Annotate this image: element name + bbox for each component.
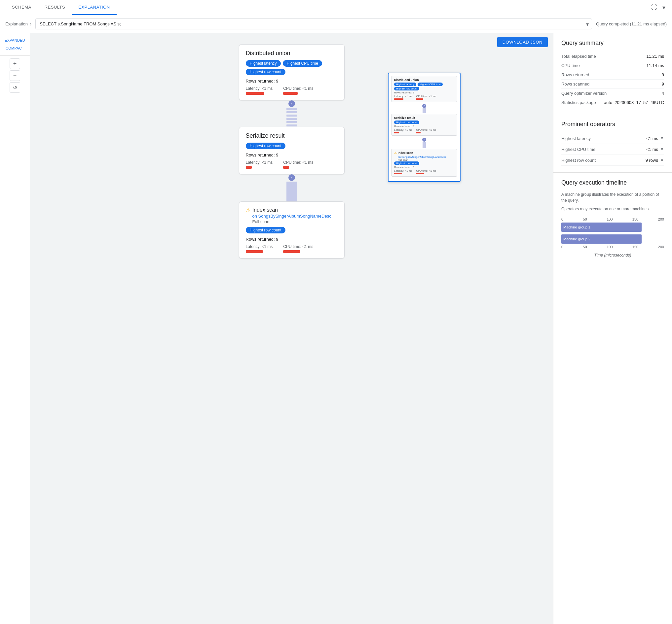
mini-tags-2: Highest row count bbox=[394, 121, 454, 125]
tick-50-bottom: 50 bbox=[583, 245, 587, 249]
diagram-area: DOWNLOAD JSON Distributed union Highest … bbox=[30, 33, 553, 624]
index-scan-rows: Rows returned: 9 bbox=[246, 237, 338, 242]
reset-btn[interactable]: ↺ bbox=[9, 82, 20, 93]
tick-150-bottom: 150 bbox=[632, 245, 638, 249]
summary-value-4: 4 bbox=[662, 91, 664, 96]
bar-row-2: Machine group 2 bbox=[561, 234, 664, 244]
tab-schema[interactable]: SCHEMA bbox=[5, 0, 38, 15]
mini-metrics-1: Latency: <1 ms CPU time: <1 ms bbox=[394, 95, 454, 100]
index-scan-title: Index scan bbox=[252, 207, 331, 213]
link-icon-2[interactable]: ⚭ bbox=[660, 157, 664, 163]
bar-label-1: Machine group 1 bbox=[563, 225, 590, 229]
latency-metric-1: Latency: <1 ms bbox=[246, 86, 273, 95]
summary-row-5: Statistics package auto_20230608_17_57_4… bbox=[561, 98, 664, 107]
expanded-btn[interactable]: EXPANDED bbox=[3, 37, 27, 44]
tag-highest-row-2[interactable]: Highest row count bbox=[246, 142, 285, 149]
summary-label-5: Statistics package bbox=[561, 100, 596, 105]
summary-value-3: 9 bbox=[662, 82, 664, 86]
mini-cpu-2: CPU time: <1 ms bbox=[416, 128, 436, 133]
fullscreen-icon[interactable]: ⛶ bbox=[650, 3, 658, 12]
query-select[interactable]: SELECT s.SongName FROM Songs AS s; bbox=[35, 19, 592, 29]
cpu-metric-3: CPU time: <1 ms bbox=[283, 244, 313, 253]
tab-explanation[interactable]: EXPLANATION bbox=[72, 0, 117, 15]
tick-50-top: 50 bbox=[583, 217, 587, 221]
tag-highest-row-1[interactable]: Highest row count bbox=[246, 69, 285, 75]
mini-connector-2: ✓ bbox=[391, 138, 457, 148]
mini-latency-bar-2 bbox=[394, 132, 399, 133]
mini-subtitle-3: on SongsBySingerAlbumSongNameDesc bbox=[398, 156, 446, 158]
mini-circle-1: ✓ bbox=[422, 104, 426, 108]
summary-label-2: Rows returned bbox=[561, 72, 590, 77]
mini-metrics-2: Latency: <1 ms CPU time: <1 ms bbox=[394, 128, 454, 133]
tab-actions: ⛶ ▾ bbox=[650, 3, 667, 12]
latency-label-2: Latency: <1 ms bbox=[246, 160, 273, 165]
distributed-union-tags: Highest latency Highest CPU time Highest… bbox=[246, 60, 338, 75]
query-bar: Explanation › SELECT s.SongName FROM Son… bbox=[0, 15, 672, 33]
mini-latency-bar-1 bbox=[394, 98, 403, 100]
tag-highest-cpu-1[interactable]: Highest CPU time bbox=[283, 60, 322, 67]
mini-conn-bar-2 bbox=[423, 141, 426, 148]
tick-150-top: 150 bbox=[632, 217, 638, 221]
connector-stripe-1 bbox=[287, 108, 297, 110]
connector-2: ✓ bbox=[287, 174, 297, 201]
summary-row-0: Total elapsed time 11.21 ms bbox=[561, 52, 664, 61]
left-panel: EXPANDED COMPACT + − ↺ bbox=[0, 33, 30, 624]
mini-connector-1: ✓ bbox=[391, 104, 457, 113]
mini-latency-3: Latency: <1 ms bbox=[394, 170, 412, 174]
tag-highest-latency-1[interactable]: Highest latency bbox=[246, 60, 281, 67]
mini-cpu-bar-2 bbox=[416, 132, 421, 133]
tick-labels-bottom: 0 50 100 150 200 bbox=[561, 245, 664, 250]
prominent-value-1: <1 ms ⚭ bbox=[646, 147, 664, 152]
index-scan-metrics: Latency: <1 ms CPU time: <1 ms bbox=[246, 244, 338, 253]
latency-label-3: Latency: <1 ms bbox=[246, 244, 273, 249]
compact-btn[interactable]: COMPACT bbox=[3, 45, 27, 52]
mini-tag-1-2: Highest CPU time bbox=[418, 82, 443, 86]
prominent-value-2: 9 rows ⚭ bbox=[646, 157, 664, 163]
zoom-in-btn[interactable]: + bbox=[9, 58, 20, 69]
latency-bar-2 bbox=[246, 166, 252, 169]
tab-results[interactable]: RESULTS bbox=[38, 0, 72, 15]
index-scan-node: ⚠ Index scan on SongsBySingerAlbumSongNa… bbox=[239, 201, 345, 259]
mini-tag-1-1: Highest latency bbox=[394, 82, 416, 86]
link-icon-1[interactable]: ⚭ bbox=[660, 147, 664, 152]
bar-label-2: Machine group 2 bbox=[563, 237, 590, 241]
summary-row-2: Rows returned 9 bbox=[561, 70, 664, 80]
connector-block-2 bbox=[287, 182, 297, 201]
download-json-btn[interactable]: DOWNLOAD JSON bbox=[497, 37, 548, 47]
zoom-out-btn[interactable]: − bbox=[9, 70, 20, 81]
cpu-label-1: CPU time: <1 ms bbox=[283, 86, 313, 91]
prominent-row-2: Highest row count 9 rows ⚭ bbox=[561, 155, 664, 166]
index-scan-title-wrap: Index scan on SongsBySingerAlbumSongName… bbox=[252, 207, 331, 227]
summary-value-5: auto_20230608_17_57_46UTC bbox=[604, 100, 664, 105]
latency-label-1: Latency: <1 ms bbox=[246, 86, 273, 91]
link-icon-0[interactable]: ⚭ bbox=[660, 136, 664, 141]
view-toggle: EXPANDED COMPACT bbox=[0, 33, 30, 56]
distributed-union-metrics: Latency: <1 ms CPU time: <1 ms bbox=[246, 86, 338, 95]
distributed-union-node: Distributed union Highest latency Highes… bbox=[239, 44, 345, 100]
top-tabs: SCHEMA RESULTS EXPLANATION ⛶ ▾ bbox=[0, 0, 672, 15]
mini-tags-3: Highest row count bbox=[394, 161, 454, 166]
diagram-nodes: Distributed union Highest latency Highes… bbox=[38, 44, 545, 259]
prominent-operators-section: Prominent operators Highest latency <1 m… bbox=[553, 114, 672, 173]
summary-label-4: Query optimizer version bbox=[561, 91, 606, 96]
mini-title-3: Index scan bbox=[398, 151, 446, 155]
timeline-section: Query execution timeline A machine group… bbox=[553, 173, 672, 264]
bar-1: Machine group 1 bbox=[561, 223, 642, 232]
mini-tags-1: Highest latency Highest CPU time Highest… bbox=[394, 82, 454, 91]
connector-stripe-3 bbox=[287, 114, 297, 116]
connector-circle-1: ✓ bbox=[289, 100, 295, 107]
connector-stripe-6 bbox=[287, 125, 297, 126]
mini-latency-1: Latency: <1 ms bbox=[394, 95, 412, 100]
serialize-result-title: Serialize result bbox=[246, 132, 338, 139]
chart-bar-rows: Machine group 1 Machine group 2 bbox=[561, 223, 664, 244]
query-select-wrap[interactable]: SELECT s.SongName FROM Songs AS s; bbox=[35, 19, 592, 29]
tag-highest-row-3[interactable]: Highest row count bbox=[246, 227, 285, 233]
tabs-left: SCHEMA RESULTS EXPLANATION bbox=[5, 0, 117, 15]
breadcrumb-label: Explanation bbox=[5, 22, 28, 26]
chevron-down-icon[interactable]: ▾ bbox=[661, 3, 667, 12]
serialize-result-rows: Rows returned: 9 bbox=[246, 153, 338, 157]
query-status: Query completed (11.21 ms elapsed) bbox=[596, 22, 667, 26]
mini-latency-bar-3 bbox=[394, 173, 402, 174]
right-panel: Query summary Total elapsed time 11.21 m… bbox=[553, 33, 672, 624]
main-area: EXPANDED COMPACT + − ↺ DOWNLOAD JSON Dis… bbox=[0, 33, 672, 624]
